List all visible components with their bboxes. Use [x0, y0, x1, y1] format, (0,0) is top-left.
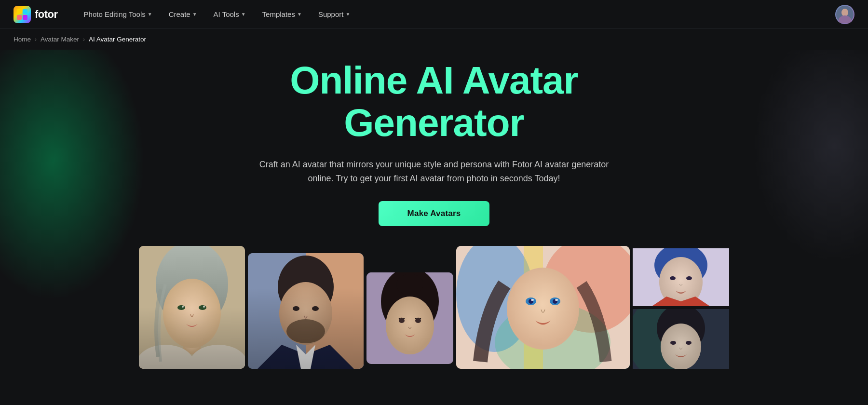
- breadcrumb-separator: ›: [83, 36, 85, 43]
- hero-section: Online AI Avatar Generator Craft an AI a…: [0, 50, 868, 404]
- svg-rect-17: [248, 253, 364, 369]
- main-nav: fotor Photo Editing Tools ▼ Create ▼ AI …: [0, 0, 868, 29]
- svg-rect-0: [17, 9, 22, 14]
- svg-point-23: [312, 306, 319, 311]
- svg-rect-9: [183, 330, 201, 354]
- svg-rect-1: [23, 9, 27, 14]
- breadcrumb-separator: ›: [35, 36, 37, 43]
- gallery-image-3: [366, 272, 453, 364]
- chevron-down-icon: ▼: [148, 12, 152, 17]
- chevron-down-icon: ▼: [297, 12, 302, 17]
- gallery-image-5: [633, 248, 729, 306]
- svg-point-5: [841, 9, 848, 16]
- svg-rect-18: [306, 253, 364, 369]
- chevron-down-icon: ▼: [192, 12, 197, 17]
- hero-title: Online AI Avatar Generator: [10, 59, 858, 144]
- svg-point-16: [190, 345, 245, 369]
- svg-point-40: [531, 299, 534, 301]
- svg-point-19: [278, 256, 334, 318]
- svg-point-15: [139, 345, 194, 369]
- svg-point-28: [399, 318, 405, 323]
- svg-rect-7: [139, 246, 245, 369]
- user-avatar[interactable]: [835, 5, 854, 24]
- nav-templates[interactable]: Templates ▼: [256, 6, 309, 22]
- chevron-down-icon: ▼: [241, 12, 246, 17]
- svg-point-45: [670, 276, 676, 280]
- gallery-strip: [633, 248, 729, 369]
- svg-point-52: [670, 341, 676, 345]
- nav-links: Photo Editing Tools ▼ Create ▼ AI Tools …: [77, 6, 835, 22]
- svg-point-46: [686, 276, 692, 280]
- svg-point-10: [163, 279, 221, 348]
- svg-point-8: [156, 246, 228, 328]
- breadcrumb-current: AI Avatar Generator: [89, 36, 146, 43]
- hero-content: Online AI Avatar Generator Craft an AI a…: [10, 59, 858, 243]
- breadcrumb: Home › Avatar Maker › AI Avatar Generato…: [0, 29, 868, 50]
- svg-point-14: [203, 306, 205, 308]
- gallery-image-4: [456, 246, 630, 369]
- nav-photo-editing[interactable]: Photo Editing Tools ▼: [77, 6, 159, 22]
- svg-point-11: [177, 305, 185, 310]
- gallery-image-2: [248, 253, 364, 369]
- svg-point-51: [661, 324, 701, 369]
- chevron-down-icon: ▼: [345, 12, 350, 17]
- svg-point-29: [415, 318, 421, 323]
- breadcrumb-home[interactable]: Home: [14, 36, 31, 43]
- svg-point-21: [286, 319, 325, 343]
- nav-support[interactable]: Support ▼: [312, 6, 357, 22]
- nav-create[interactable]: Create ▼: [162, 6, 204, 22]
- logo[interactable]: fotor: [14, 6, 58, 23]
- svg-point-13: [182, 306, 184, 308]
- logo-icon: [14, 6, 31, 23]
- svg-point-26: [396, 274, 423, 295]
- svg-rect-3: [23, 15, 27, 20]
- svg-point-27: [386, 297, 434, 354]
- svg-point-41: [555, 299, 558, 301]
- svg-point-53: [686, 341, 692, 345]
- hero-description: Craft an AI avatar that mirrors your uni…: [246, 158, 622, 186]
- svg-point-35: [507, 268, 579, 350]
- logo-text: fotor: [35, 8, 58, 21]
- svg-rect-2: [17, 15, 22, 20]
- svg-point-22: [293, 306, 299, 311]
- breadcrumb-parent[interactable]: Avatar Maker: [41, 36, 79, 43]
- avatar-gallery: [10, 243, 858, 369]
- svg-point-20: [279, 282, 332, 345]
- svg-point-12: [199, 305, 206, 310]
- gallery-image-1: [139, 246, 245, 369]
- make-avatars-button[interactable]: Make Avatars: [379, 201, 490, 226]
- gallery-image-6: [633, 309, 729, 369]
- nav-ai-tools[interactable]: AI Tools ▼: [207, 6, 253, 22]
